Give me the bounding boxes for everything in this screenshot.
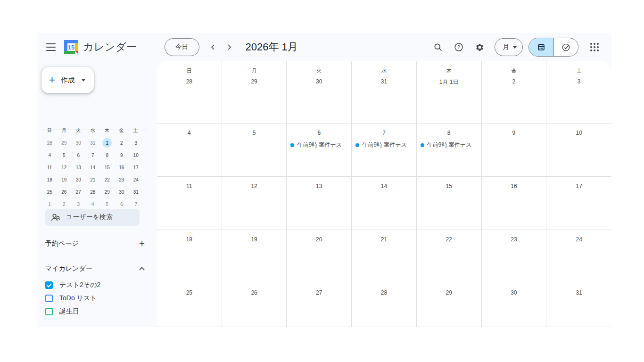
month-cell[interactable]: 火30	[287, 61, 352, 123]
mini-cal-date[interactable]: 15	[100, 161, 115, 173]
mini-cal-date[interactable]: 8	[100, 149, 115, 161]
calendar-app-window: 15 カレンダー 今日 2026年 1月 ? 月	[37, 33, 611, 327]
today-button[interactable]: 今日	[165, 38, 199, 56]
prev-period-icon[interactable]	[207, 41, 219, 53]
event-chip[interactable]: 午前9時 案件テス	[355, 141, 414, 149]
calendar-list-item[interactable]: 誕生日	[45, 305, 149, 318]
search-icon[interactable]	[429, 38, 447, 57]
unchecked-checkbox[interactable]	[45, 295, 53, 302]
mini-cal-date[interactable]: 2	[115, 137, 129, 149]
mini-cal-date[interactable]: 30	[115, 186, 129, 198]
month-cell[interactable]: 27	[287, 283, 352, 327]
month-cell[interactable]: 13	[287, 177, 352, 230]
mini-cal-date[interactable]: 13	[71, 161, 86, 173]
checked-checkbox[interactable]	[45, 281, 53, 289]
month-cell[interactable]: 17	[546, 177, 611, 230]
month-cell[interactable]: 金2	[482, 61, 547, 123]
month-cell[interactable]: 6午前9時 案件テス	[287, 123, 352, 177]
month-cell[interactable]: 土3	[546, 61, 611, 123]
mini-cal-date[interactable]: 30	[71, 137, 86, 149]
month-cell[interactable]: 7午前9時 案件テス	[352, 123, 417, 177]
date-number: 12	[222, 183, 287, 189]
mini-cal-date[interactable]: 27	[71, 186, 86, 198]
month-cell[interactable]: 18	[157, 230, 222, 283]
month-cell[interactable]: 30	[482, 283, 547, 327]
mini-cal-date[interactable]: 20	[71, 173, 86, 186]
mini-cal-date[interactable]: 31	[86, 137, 100, 149]
mini-cal-date[interactable]: 3	[129, 137, 143, 149]
main-menu-icon[interactable]	[40, 36, 62, 58]
event-chip[interactable]: 午前9時 案件テス	[421, 141, 479, 149]
mini-cal-date[interactable]: 29	[100, 186, 115, 198]
mini-cal-date[interactable]: 22	[100, 173, 115, 186]
month-cell[interactable]: 29	[417, 283, 482, 327]
weekday-label: 火	[287, 67, 351, 74]
mini-cal-date[interactable]: 24	[129, 173, 143, 186]
month-cell[interactable]: 8午前9時 案件テス	[417, 123, 482, 177]
month-cell[interactable]: 19	[222, 230, 287, 283]
month-cell[interactable]: 木1月 1日	[417, 61, 482, 123]
mini-cal-date[interactable]: 6	[71, 149, 86, 161]
mini-cal-date[interactable]: 7	[86, 149, 100, 161]
mini-cal-date[interactable]: 21	[86, 173, 100, 186]
user-search-input[interactable]: ユーザーを検索	[45, 209, 140, 226]
event-chip[interactable]: 午前9時 案件テス	[290, 141, 349, 149]
month-cell[interactable]: 22	[417, 230, 482, 283]
mini-cal-date[interactable]: 25	[42, 186, 57, 198]
mini-cal-date[interactable]: 5	[57, 149, 72, 161]
month-cell[interactable]: 16	[482, 177, 547, 230]
mini-cal-date[interactable]: 16	[115, 161, 129, 173]
add-booking-page-icon[interactable]: +	[135, 237, 149, 250]
help-icon[interactable]: ?	[449, 38, 468, 57]
month-cell[interactable]: 日28	[157, 61, 222, 123]
mini-cal-date[interactable]: 14	[86, 161, 100, 173]
mini-cal-date[interactable]: 18	[42, 173, 57, 186]
mini-cal-date[interactable]: 11	[42, 161, 57, 173]
mini-cal-day-header: 土	[129, 124, 143, 137]
calendar-list-item[interactable]: テスト2その2	[45, 279, 149, 291]
mini-cal-date[interactable]: 17	[129, 161, 143, 173]
view-selector-dropdown[interactable]: 月	[495, 38, 523, 56]
mini-cal-date[interactable]: 4	[42, 149, 57, 161]
month-cell[interactable]: 25	[157, 283, 222, 327]
mini-cal-date[interactable]: 31	[129, 186, 143, 198]
month-cell[interactable]: 12	[222, 177, 287, 230]
weekday-label: 木	[417, 67, 481, 74]
mini-cal-date[interactable]: 12	[57, 161, 72, 173]
month-cell[interactable]: 31	[546, 283, 611, 327]
month-cell[interactable]: 28	[352, 283, 417, 327]
calendar-view-icon[interactable]	[529, 38, 553, 56]
mini-cal-date[interactable]: 1	[100, 137, 115, 149]
month-cell[interactable]: 11	[157, 177, 222, 230]
mini-cal-date[interactable]: 23	[115, 173, 129, 186]
next-period-icon[interactable]	[223, 41, 235, 53]
apps-grid-icon[interactable]	[585, 38, 604, 57]
month-cell[interactable]: 月29	[222, 61, 287, 123]
mini-cal-date[interactable]: 9	[115, 149, 129, 161]
month-cell[interactable]: 水31	[352, 61, 417, 123]
month-cell[interactable]: 4	[157, 123, 222, 177]
month-cell[interactable]: 21	[352, 230, 417, 283]
month-cell[interactable]: 9	[482, 123, 547, 177]
mini-cal-date[interactable]: 26	[57, 186, 72, 198]
month-cell[interactable]: 23	[482, 230, 547, 283]
mini-cal-date[interactable]: 19	[57, 173, 72, 186]
month-cell[interactable]: 15	[417, 177, 482, 230]
mini-cal-date[interactable]: 29	[57, 137, 72, 149]
month-cell[interactable]: 14	[352, 177, 417, 230]
calendar-list-item[interactable]: ToDo リスト	[45, 292, 149, 304]
unchecked-checkbox[interactable]	[45, 308, 53, 315]
tasks-view-icon[interactable]	[553, 38, 578, 56]
mini-cal-date[interactable]: 10	[129, 149, 143, 161]
collapse-my-calendars-icon[interactable]	[135, 262, 149, 275]
month-cell[interactable]: 26	[222, 283, 287, 327]
month-cell[interactable]: 5	[222, 123, 287, 177]
settings-icon[interactable]	[470, 38, 489, 57]
mini-cal-date[interactable]: 28	[42, 137, 57, 149]
mini-cal-date[interactable]: 28	[86, 186, 100, 198]
create-button[interactable]: + 作成	[41, 67, 94, 93]
month-cell[interactable]: 10	[546, 123, 611, 177]
month-cell[interactable]: 24	[546, 230, 611, 283]
date-number: 14	[352, 183, 416, 189]
month-cell[interactable]: 20	[287, 230, 352, 283]
